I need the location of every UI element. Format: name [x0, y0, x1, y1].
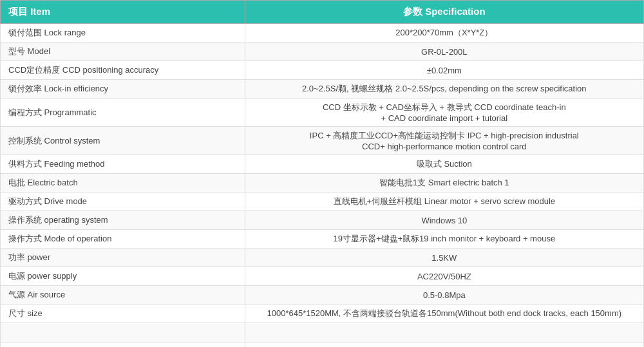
item-cell: 操作方式 Mode of operation [1, 230, 245, 249]
item-cell: 锁付范围 Lock range [1, 24, 245, 42]
item-cell: 控制系统 Control system [1, 127, 245, 155]
item-cell: 气源 Air source [1, 286, 245, 305]
spec-cell [245, 323, 643, 342]
item-cell: CCD定位精度 CCD positioning accuracy [1, 61, 245, 80]
table-row: 气源 Air source0.5-0.8Mpa [1, 286, 644, 305]
table-row: 型号 ModelGR-0L-200L [1, 42, 644, 61]
table-row: 电源 power supplyAC220V/50HZ [1, 267, 644, 286]
table-row: 编程方式 ProgrammaticCCD 坐标示教 + CAD坐标导入 + 教导… [1, 98, 644, 127]
item-cell: 电批 Electric batch [1, 174, 245, 192]
spec-cell: 19寸显示器+键盘+鼠标19 inch monitor + keyboard +… [245, 230, 643, 249]
table-row [1, 342, 644, 348]
table-row: 电批 Electric batch智能电批1支 Smart electric b… [1, 174, 644, 192]
spec-cell: GR-0L-200L [245, 42, 643, 61]
spec-cell [245, 342, 643, 348]
item-cell: 锁付效率 Lock-in efficiency [1, 80, 245, 98]
table-row: 供料方式 Feeding method吸取式 Suction [1, 155, 644, 174]
table-row: 功率 power1.5KW [1, 249, 644, 267]
item-cell: 型号 Model [1, 42, 245, 61]
header-item: 项目 Item [1, 1, 245, 24]
spec-table: 项目 Item 参数 Specification 锁付范围 Lock range… [0, 0, 644, 347]
spec-cell: AC220V/50HZ [245, 267, 643, 286]
spec-cell: 1.5KW [245, 249, 643, 267]
table-row [1, 323, 644, 342]
item-cell [1, 342, 245, 348]
spec-cell: 200*200*70mm（X*Y*Z） [245, 24, 643, 42]
table-row: 操作方式 Mode of operation19寸显示器+键盘+鼠标19 inc… [1, 230, 644, 249]
item-cell: 驱动方式 Drive mode [1, 192, 245, 211]
table-row: 锁付范围 Lock range200*200*70mm（X*Y*Z） [1, 24, 644, 42]
table-row: CCD定位精度 CCD positioning accuracy±0.02mm [1, 61, 644, 80]
item-cell: 供料方式 Feeding method [1, 155, 245, 174]
spec-cell: 吸取式 Suction [245, 155, 643, 174]
spec-cell: IPC + 高精度工业CCD+高性能运动控制卡 IPC + high-preci… [245, 127, 643, 155]
spec-cell: Windows 10 [245, 211, 643, 230]
spec-cell: 2.0~2.5S/颗, 视螺丝规格 2.0~2.5S/pcs, dependin… [245, 80, 643, 98]
item-cell: 电源 power supply [1, 267, 245, 286]
item-cell: 编程方式 Programmatic [1, 98, 245, 127]
table-row: 控制系统 Control systemIPC + 高精度工业CCD+高性能运动控… [1, 127, 644, 155]
spec-cell: 1000*645*1520MM, 不含两端接驳台轨道各150mm(Without… [245, 305, 643, 323]
spec-cell: ±0.02mm [245, 61, 643, 80]
spec-cell: CCD 坐标示教 + CAD坐标导入 + 教导式 CCD coordinate … [245, 98, 643, 127]
item-cell [1, 323, 245, 342]
table-row: 驱动方式 Drive mode直线电机+伺服丝杆模组 Linear motor … [1, 192, 644, 211]
spec-cell: 智能电批1支 Smart electric batch 1 [245, 174, 643, 192]
table-row: 锁付效率 Lock-in efficiency2.0~2.5S/颗, 视螺丝规格… [1, 80, 644, 98]
table-row: 尺寸 size1000*645*1520MM, 不含两端接驳台轨道各150mm(… [1, 305, 644, 323]
spec-cell: 直线电机+伺服丝杆模组 Linear motor + servo screw m… [245, 192, 643, 211]
spec-cell: 0.5-0.8Mpa [245, 286, 643, 305]
table-row: 操作系统 operating systemWindows 10 [1, 211, 644, 230]
item-cell: 操作系统 operating system [1, 211, 245, 230]
header-spec: 参数 Specification [245, 1, 643, 24]
item-cell: 尺寸 size [1, 305, 245, 323]
item-cell: 功率 power [1, 249, 245, 267]
